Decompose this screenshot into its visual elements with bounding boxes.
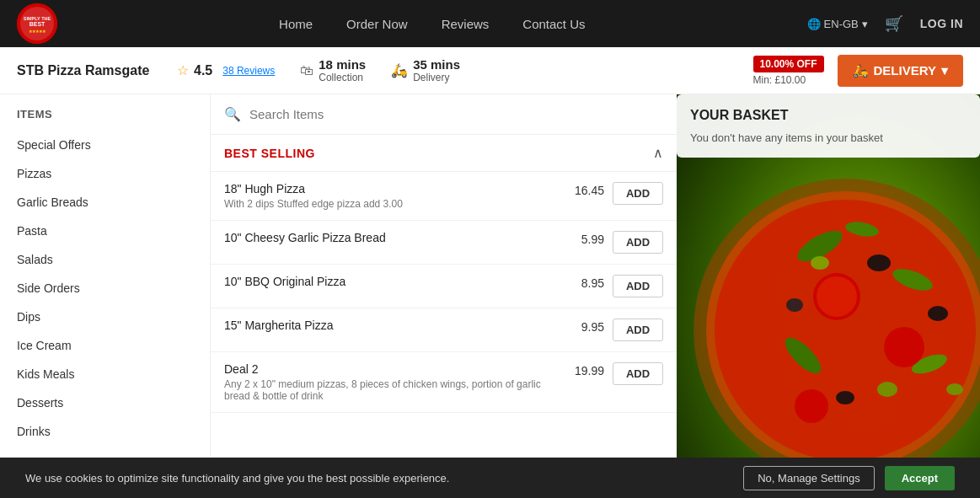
sidebar-item-pasta[interactable]: Pasta xyxy=(0,217,210,245)
sidebar-item-side-orders[interactable]: Side Orders xyxy=(0,274,210,303)
menu-item-name-2: 10" BBQ Original Pizza xyxy=(224,275,562,288)
delivery-label: Delivery xyxy=(413,72,460,83)
menu-content: 🔍 BEST SELLING ∧ 18" Hugh Pizza With 2 d… xyxy=(211,94,677,458)
menu-item-name-1: 10" Cheesy Garlic Pizza Bread xyxy=(224,231,562,244)
sidebar-item-kids-meals[interactable]: Kids Meals xyxy=(0,360,210,388)
site-logo[interactable]: SIMPLY THE BEST ★★★★★ xyxy=(17,3,57,44)
restaurant-header: STB Pizza Ramsgate ☆ 4.5 38 Reviews 🛍 18… xyxy=(0,47,980,94)
scooter-delivery-icon: 🛵 xyxy=(853,63,869,78)
collection-time-group: 18 mins Collection xyxy=(319,57,366,83)
login-button[interactable]: LOG IN xyxy=(920,17,963,30)
menu-item-desc-4: Any 2 x 10" medium pizzas, 8 pieces of c… xyxy=(224,378,562,402)
menu-item-price-4: 19.99 xyxy=(570,362,604,378)
svg-point-17 xyxy=(795,389,828,423)
discount-badge: 10.00% OFF xyxy=(753,56,824,72)
svg-point-15 xyxy=(817,276,857,317)
add-button-3[interactable]: ADD xyxy=(613,319,663,341)
discount-group: 10.00% OFF Min: £10.00 xyxy=(753,56,824,86)
sidebar-item-ice-cream[interactable]: Ice Cream xyxy=(0,331,210,360)
collection-time: 18 mins xyxy=(319,57,366,72)
sidebar-item-desserts[interactable]: Desserts xyxy=(0,388,210,417)
svg-point-22 xyxy=(877,382,897,397)
menu-item-info-2: 10" BBQ Original Pizza xyxy=(224,275,562,291)
sidebar-item-dips[interactable]: Dips xyxy=(0,303,210,331)
chevron-up-icon[interactable]: ∧ xyxy=(653,145,663,161)
cookie-manage-button[interactable]: No, Manage Settings xyxy=(743,466,874,490)
lang-label: EN-GB xyxy=(824,18,859,30)
scooter-icon: 🛵 xyxy=(391,62,408,78)
menu-item-name-0: 18" Hugh Pizza xyxy=(224,182,562,195)
cookie-text: We use cookies to optimize site function… xyxy=(25,472,743,485)
basket-title: YOUR BASKET xyxy=(690,108,967,123)
main-area: ITEMS Special Offers Pizzas Garlic Bread… xyxy=(0,94,980,458)
svg-point-24 xyxy=(946,383,963,395)
menu-item-0: 18" Hugh Pizza With 2 dips Stuffed edge … xyxy=(211,172,677,221)
basket-card: YOUR BASKET You don't have any items in … xyxy=(677,94,980,158)
nav-reviews[interactable]: Reviews xyxy=(442,17,490,31)
menu-item-2: 10" BBQ Original Pizza 8.95 ADD xyxy=(211,265,677,308)
svg-text:BEST: BEST xyxy=(29,21,46,27)
search-bar: 🔍 xyxy=(211,94,677,135)
menu-item-price-2: 8.95 xyxy=(570,275,604,290)
search-icon: 🔍 xyxy=(224,106,241,122)
search-input[interactable] xyxy=(249,107,663,121)
add-button-2[interactable]: ADD xyxy=(613,275,663,297)
delivery-btn-label: DELIVERY xyxy=(874,63,936,78)
delivery-time-group: 35 mins Delivery xyxy=(413,57,460,83)
sidebar: ITEMS Special Offers Pizzas Garlic Bread… xyxy=(0,94,211,458)
cookie-accept-button[interactable]: Accept xyxy=(885,466,955,490)
rating-score: 4.5 xyxy=(194,63,212,78)
globe-icon: 🌐 xyxy=(807,18,821,30)
best-selling-title: BEST SELLING xyxy=(224,147,315,160)
sidebar-item-garlic-breads[interactable]: Garlic Breads xyxy=(0,188,210,217)
delivery-time-info: 🛵 35 mins Delivery xyxy=(391,57,460,83)
menu-item-name-3: 15" Margherita Pizza xyxy=(224,319,562,332)
basket-empty-message: You don't have any items in your basket xyxy=(690,131,967,144)
svg-point-20 xyxy=(836,391,854,404)
menu-item-4: Deal 2 Any 2 x 10" medium pizzas, 8 piec… xyxy=(211,352,677,413)
language-selector[interactable]: 🌐 EN-GB ▾ xyxy=(807,18,868,30)
menu-item-info-3: 15" Margherita Pizza xyxy=(224,319,562,335)
svg-point-21 xyxy=(786,298,803,312)
restaurant-right: 10.00% OFF Min: £10.00 🛵 DELIVERY ▾ xyxy=(753,55,964,87)
menu-item-info-0: 18" Hugh Pizza With 2 dips Stuffed edge … xyxy=(224,182,562,210)
add-button-0[interactable]: ADD xyxy=(613,182,663,205)
sidebar-title: ITEMS xyxy=(0,108,210,131)
sidebar-item-drinks[interactable]: Drinks xyxy=(0,417,210,446)
chevron-down-icon: ▾ xyxy=(941,63,948,78)
nav-home[interactable]: Home xyxy=(279,17,313,31)
svg-point-23 xyxy=(811,256,829,270)
svg-point-18 xyxy=(867,254,891,271)
nav-right: 🌐 EN-GB ▾ 🛒 LOG IN xyxy=(807,14,963,33)
nav-contact[interactable]: Contact Us xyxy=(522,17,585,31)
best-selling-section-header: BEST SELLING ∧ xyxy=(211,135,677,172)
nav-order-now[interactable]: Order Now xyxy=(346,17,408,31)
menu-item-price-3: 9.95 xyxy=(570,319,604,334)
menu-item-info-1: 10" Cheesy Garlic Pizza Bread xyxy=(224,231,562,247)
basket-panel: YOUR BASKET You don't have any items in … xyxy=(677,94,980,458)
menu-item-info-4: Deal 2 Any 2 x 10" medium pizzas, 8 piec… xyxy=(224,362,562,402)
collection-time-info: 🛍 18 mins Collection xyxy=(300,57,366,83)
bag-icon: 🛍 xyxy=(300,63,313,78)
menu-item-1: 10" Cheesy Garlic Pizza Bread 5.99 ADD xyxy=(211,221,677,265)
cookie-buttons: No, Manage Settings Accept xyxy=(743,466,955,490)
sidebar-item-salads[interactable]: Salads xyxy=(0,245,210,274)
delivery-time: 35 mins xyxy=(413,57,460,72)
delivery-button[interactable]: 🛵 DELIVERY ▾ xyxy=(838,55,963,87)
restaurant-name: STB Pizza Ramsgate xyxy=(17,63,152,78)
sidebar-item-special-offers[interactable]: Special Offers xyxy=(0,131,210,159)
top-navigation: SIMPLY THE BEST ★★★★★ Home Order Now Rev… xyxy=(0,0,980,47)
star-icon: ☆ xyxy=(177,62,189,78)
svg-point-8 xyxy=(715,200,976,458)
menu-item-price-0: 16.45 xyxy=(570,182,604,197)
rating-reviews[interactable]: 38 Reviews xyxy=(222,65,275,77)
sidebar-item-pizzas[interactable]: Pizzas xyxy=(0,159,210,188)
collection-label: Collection xyxy=(319,72,366,83)
svg-point-16 xyxy=(884,327,924,367)
add-button-1[interactable]: ADD xyxy=(613,231,663,254)
menu-item-3: 15" Margherita Pizza 9.95 ADD xyxy=(211,308,677,352)
basket-content: YOUR BASKET You don't have any items in … xyxy=(677,94,980,158)
add-button-4[interactable]: ADD xyxy=(613,362,663,385)
cart-icon[interactable]: 🛒 xyxy=(885,14,903,33)
cookie-banner: We use cookies to optimize site function… xyxy=(0,458,980,498)
